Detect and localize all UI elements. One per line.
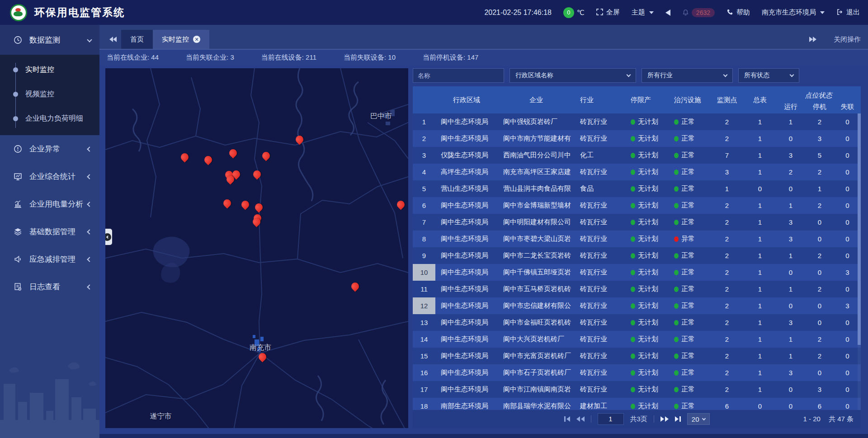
industry-filter-select[interactable]: 所有行业 <box>642 68 733 83</box>
row-index: 15 <box>413 348 435 364</box>
map-pin[interactable] <box>253 170 261 180</box>
row-index: 10 <box>413 264 435 281</box>
map-pin[interactable] <box>295 135 303 146</box>
table-row[interactable]: 4高坪生态环境局南充市高坪区王家店建砖瓦行业无计划正常31220 <box>413 164 861 180</box>
next-page-button[interactable] <box>660 416 669 422</box>
cell-monitor-count: 1 <box>710 180 744 197</box>
table-row[interactable]: 15阆中生态环境局阆中市光富页岩机砖厂砖瓦行业无计划正常21120 <box>413 348 861 364</box>
theme-dropdown[interactable]: 主题 <box>632 8 654 17</box>
tab-home[interactable]: 首页 <box>121 30 153 49</box>
sidebar-item-power-load-detail[interactable]: 企业电力负荷明细 <box>0 106 99 131</box>
table-row[interactable]: 13阆中生态环境局阆中市金福旺页岩机砖砖瓦行业无计划正常21300 <box>413 314 861 331</box>
cell-facility-status: 正常 <box>669 398 710 410</box>
cell-region: 阆中生态环境局 <box>435 331 498 348</box>
tab-close-icon[interactable]: ✕ <box>193 36 200 43</box>
table-row[interactable]: 16阆中生态环境局阆中市石子页岩机砖厂砖瓦行业无计划正常21300 <box>413 364 861 381</box>
table-row[interactable]: 18南部生态环境局南部县瑞华水泥有限公建材加工无计划正常60060 <box>413 398 861 410</box>
sound-button[interactable] <box>665 9 670 16</box>
map-pin[interactable] <box>223 198 231 209</box>
table-row[interactable]: 14阆中生态环境局阆中大兴页岩机砖厂砖瓦行业无计划正常21120 <box>413 331 861 348</box>
table-row[interactable]: 12阆中生态环境局阆中市忠信建材有限公砖瓦行业无计划正常21003 <box>413 297 861 314</box>
page-size-select[interactable]: 20 <box>687 413 710 425</box>
cell-monitor-count: 2 <box>710 197 744 214</box>
map-pin[interactable] <box>181 152 189 163</box>
cell-monitor-count: 2 <box>710 113 744 130</box>
collapse-map-button[interactable] <box>105 229 112 245</box>
sidebar-item-enterprise-anomaly[interactable]: 企业异常 <box>0 135 99 163</box>
table-row[interactable]: 3仪陇生态环境局西南油气田分公司川中化工无计划正常71350 <box>413 147 861 164</box>
first-page-button[interactable] <box>564 416 570 422</box>
table-row[interactable]: 8阆中生态环境局阆中市枣碧大梁山页岩砖瓦行业无计划异常21300 <box>413 231 861 247</box>
status-dot-icon <box>631 153 635 158</box>
sidebar-item-log-view[interactable]: 日志查看 <box>0 273 99 301</box>
prev-page-button[interactable] <box>576 416 584 422</box>
fullscreen-button[interactable]: 全屏 <box>596 8 620 17</box>
cell-down-count: 2 <box>805 247 834 264</box>
page-number-input[interactable] <box>597 413 623 425</box>
region-filter-select[interactable]: 行政区域名称 <box>509 68 636 83</box>
row-index: 3 <box>413 147 435 164</box>
close-operations-button[interactable]: 关闭操作 <box>834 35 861 44</box>
cell-run-count: 2 <box>776 164 805 180</box>
notifications-button[interactable]: 2632 <box>682 8 715 17</box>
status-filter-select[interactable]: 所有状态 <box>738 68 799 83</box>
tab-scroll-right-button[interactable] <box>805 30 821 49</box>
map-pin[interactable] <box>204 155 212 166</box>
table-row[interactable]: 6阆中生态环境局阆中市金博瑞新型墙材砖瓦行业无计划正常21120 <box>413 197 861 214</box>
table-row[interactable]: 17阆中生态环境局阆中市江南镇阆南页岩砖瓦行业无计划正常21030 <box>413 381 861 398</box>
cell-meter-count: 1 <box>744 231 776 247</box>
map-pin[interactable] <box>229 148 237 159</box>
name-filter-input[interactable] <box>413 68 504 83</box>
cell-lost-count: 0 <box>834 113 861 130</box>
organization-dropdown[interactable]: 南充市生态环境局 <box>762 8 825 17</box>
table-row[interactable]: 1阆中生态环境局阆中强锐页岩砖厂砖瓦行业无计划正常21120 <box>413 113 861 130</box>
sidebar-item-realtime-monitoring[interactable]: 实时监控 <box>0 57 99 82</box>
app-title: 环保用电监管系统 <box>34 5 125 19</box>
cell-stop-status: 无计划 <box>625 147 669 164</box>
table-row[interactable]: 10阆中生态环境局阆中千佛镇五郎垭页岩砖瓦行业无计划正常21003 <box>413 264 861 281</box>
map-pin[interactable] <box>255 203 263 213</box>
cell-run-count: 1 <box>776 197 805 214</box>
scrollbar-thumb[interactable] <box>858 113 861 345</box>
map-canvas[interactable]: 巴中市 南充市 遂宁市 <box>105 68 408 428</box>
divider <box>590 415 591 423</box>
sidebar-item-base-data[interactable]: 基础数据管理 <box>0 218 99 245</box>
tab-scroll-left-button[interactable] <box>105 30 121 49</box>
cell-meter-count: 1 <box>744 113 776 130</box>
pin-icon <box>254 202 264 212</box>
help-button[interactable]: 帮助 <box>726 8 750 17</box>
sidebar-item-emergency-reduction[interactable]: 应急减排管理 <box>0 245 99 273</box>
status-dot-icon <box>674 287 679 292</box>
sidebar-item-power-analysis[interactable]: 企业用电量分析 <box>0 190 99 218</box>
cell-industry: 砖瓦行业 <box>575 247 625 264</box>
sidebar-item-video-monitoring[interactable]: 视频监控 <box>0 82 99 106</box>
table-row[interactable]: 11阆中生态环境局阆中市五马桥页岩机砖砖瓦行业无计划正常21120 <box>413 281 861 297</box>
map-pin[interactable] <box>259 352 267 363</box>
map-pin[interactable] <box>351 282 359 292</box>
table-row[interactable]: 7阆中生态环境局阆中明阳建材有限公司砖瓦行业无计划正常21300 <box>413 214 861 231</box>
map-pin[interactable] <box>252 217 260 228</box>
cell-region: 阆中生态环境局 <box>435 281 498 297</box>
map-pin[interactable] <box>241 200 250 211</box>
map-pin[interactable] <box>262 151 270 162</box>
last-page-button[interactable] <box>675 416 681 422</box>
pin-icon <box>261 150 272 161</box>
tab-realtime-monitoring[interactable]: 实时监控 ✕ <box>153 30 209 49</box>
cell-down-count: 3 <box>805 381 834 398</box>
sidebar-item-enterprise-statistics[interactable]: 企业综合统计 <box>0 163 99 190</box>
map-pin[interactable] <box>226 174 235 185</box>
table-row[interactable]: 2阆中生态环境局阆中市南方节能建材有砖瓦行业无计划正常21030 <box>413 130 861 147</box>
table-header: 行政区域 企业 行业 停限产 治污设施 监测点 总表 点位状态 运行 停机 失联 <box>413 86 861 113</box>
chevron-down-icon <box>649 11 654 14</box>
status-dot-icon <box>631 236 635 242</box>
map-pin[interactable] <box>397 200 405 211</box>
table-row[interactable]: 9阆中生态环境局阆中市二龙长宝页岩砖砖瓦行业无计划正常21120 <box>413 247 861 264</box>
table-row[interactable]: 5营山生态环境局营山县润丰肉食品有限食品无计划正常10010 <box>413 180 861 197</box>
cell-region: 阆中生态环境局 <box>435 247 498 264</box>
cell-industry: 砖瓦行业 <box>575 130 625 147</box>
logout-button[interactable]: 退出 <box>836 8 860 17</box>
sidebar-item-data-monitoring[interactable]: 数据监测 <box>0 25 99 55</box>
status-dot-icon <box>631 136 635 141</box>
cell-stop-status: 无计划 <box>625 398 669 410</box>
cell-monitor-count: 2 <box>710 281 744 297</box>
